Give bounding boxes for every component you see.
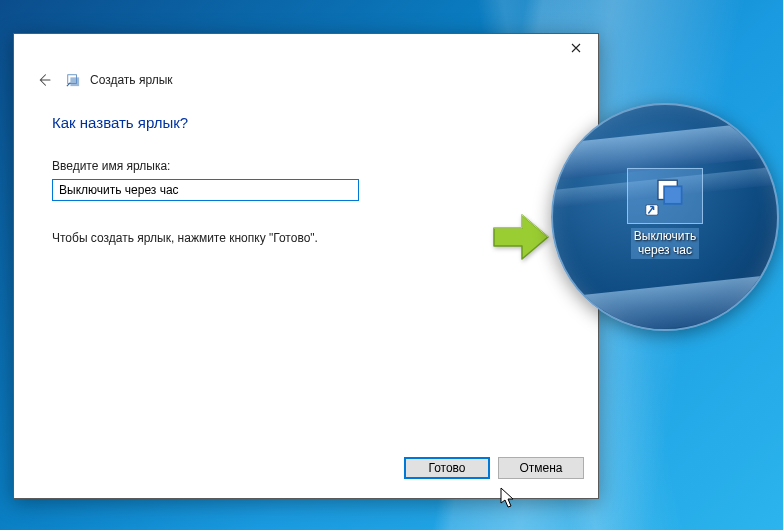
magnifier-callout: Выключить через час bbox=[551, 103, 779, 331]
close-icon bbox=[571, 43, 581, 53]
svg-rect-1 bbox=[70, 77, 79, 86]
shortcut-icon bbox=[66, 73, 80, 87]
instruction-text: Чтобы создать ярлык, нажмите кнопку "Гот… bbox=[52, 231, 560, 245]
svg-rect-4 bbox=[665, 187, 681, 203]
desktop-shortcut[interactable]: Выключить через час bbox=[619, 168, 711, 259]
dialog-body: Как назвать ярлык? Введите имя ярлыка: Ч… bbox=[14, 92, 598, 450]
dialog-titlebar bbox=[14, 34, 598, 64]
finish-button[interactable]: Готово bbox=[404, 457, 490, 479]
dialog-footer: Готово Отмена bbox=[14, 450, 598, 498]
desktop-shortcut-icon-selection bbox=[627, 168, 703, 224]
generic-shortcut-icon bbox=[644, 175, 686, 217]
shortcut-name-label: Введите имя ярлыка: bbox=[52, 159, 560, 173]
dialog-heading: Как назвать ярлык? bbox=[52, 114, 560, 131]
back-arrow-icon bbox=[35, 71, 53, 89]
shortcut-name-input[interactable] bbox=[52, 179, 359, 201]
back-button[interactable] bbox=[32, 68, 56, 92]
desktop-shortcut-label: Выключить через час bbox=[631, 228, 699, 259]
dialog-header: Создать ярлык bbox=[14, 64, 598, 92]
wizard-title: Создать ярлык bbox=[90, 73, 173, 87]
cancel-button[interactable]: Отмена bbox=[498, 457, 584, 479]
close-button[interactable] bbox=[554, 34, 598, 62]
create-shortcut-dialog: Создать ярлык Как назвать ярлык? Введите… bbox=[13, 33, 599, 499]
